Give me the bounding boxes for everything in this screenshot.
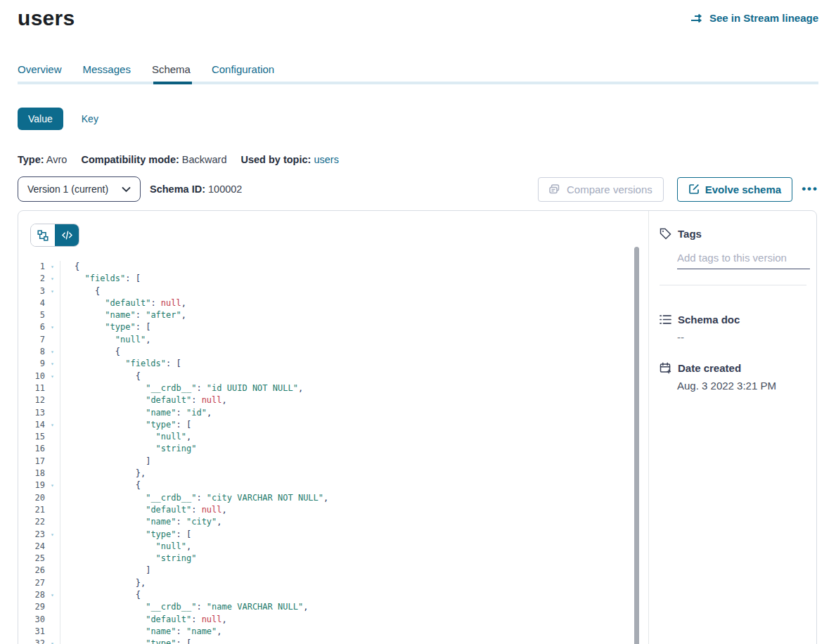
code-text: { (60, 479, 648, 491)
schema-id: Schema ID: 100002 (150, 183, 242, 195)
fold-toggle-icon[interactable]: ▾ (45, 261, 60, 273)
fold-spacer (45, 334, 60, 346)
meta-topic: Used by topic: users (240, 154, 338, 165)
meta-compatibility: Compatibility mode: Backward (81, 154, 226, 165)
chevron-down-icon (122, 186, 131, 193)
code-line: 15 "null", (18, 431, 648, 443)
code-line: 19▾ { (18, 479, 648, 491)
topic-link[interactable]: users (314, 154, 338, 165)
fold-toggle-icon[interactable]: ▾ (45, 285, 60, 297)
line-number: 3 (18, 285, 45, 297)
used-by-topic-label: Used by topic: (240, 154, 311, 165)
code-line: 29 "__crdb__": "name VARCHAR NULL", (18, 601, 648, 613)
fold-toggle-icon[interactable]: ▾ (45, 479, 60, 491)
tab-schema[interactable]: Schema (152, 63, 191, 82)
fold-spacer (45, 577, 60, 589)
code-text: "default": null, (60, 504, 648, 516)
more-actions-button[interactable]: ••• (802, 182, 818, 196)
code-text: "name": "after", (60, 309, 648, 321)
code-line: 25 "string" (18, 553, 648, 565)
schema-meta: Type: Avro Compatibility mode: Backward … (18, 154, 818, 165)
code-line: 27 }, (18, 577, 648, 589)
schema-panel: 1▾{2▾ "fields": [3▾ {4 "default": null,5… (18, 210, 817, 644)
line-number: 1 (18, 261, 45, 273)
code-text: ] (60, 456, 648, 468)
fold-spacer (45, 382, 60, 394)
tags-section: Tags (660, 228, 806, 285)
code-lines: 1▾{2▾ "fields": [3▾ {4 "default": null,5… (18, 261, 648, 644)
compare-versions-button[interactable]: Compare versions (538, 177, 664, 202)
code-text: }, (60, 468, 648, 479)
value-button[interactable]: Value (18, 108, 63, 130)
sidebar-divider (660, 285, 806, 285)
date-created-heading: Date created (660, 362, 806, 374)
schema-doc-title: Schema doc (678, 314, 740, 326)
code-line: 14▾ "type": [ (18, 419, 648, 431)
line-number: 15 (18, 431, 45, 443)
fold-spacer (45, 565, 60, 577)
fold-toggle-icon[interactable]: ▾ (45, 371, 60, 382)
fold-toggle-icon[interactable]: ▾ (45, 638, 60, 644)
schema-doc-section: Schema doc -- (660, 314, 806, 343)
schema-id-value: 100002 (208, 183, 242, 195)
code-line: 21 "default": null, (18, 504, 648, 516)
code-text: { (60, 589, 648, 601)
fold-spacer (45, 297, 60, 309)
code-line: 12 "default": null, (18, 394, 648, 406)
fold-toggle-icon[interactable]: ▾ (45, 321, 60, 333)
key-button[interactable]: Key (82, 113, 98, 124)
line-number: 21 (18, 504, 45, 516)
code-text: "default": null, (60, 614, 648, 626)
calendar-plus-icon (660, 362, 671, 374)
code-view-button[interactable] (55, 224, 79, 246)
code-line: 7 "null", (18, 334, 648, 346)
line-number: 23 (18, 529, 45, 541)
line-number: 11 (18, 382, 45, 394)
tab-overview[interactable]: Overview (18, 63, 62, 82)
code-line: 3▾ { (18, 285, 648, 297)
line-number: 7 (18, 334, 45, 346)
fold-spacer (45, 468, 60, 479)
fold-toggle-icon[interactable]: ▾ (45, 419, 60, 431)
code-pane: 1▾{2▾ "fields": [3▾ {4 "default": null,5… (18, 211, 648, 644)
fold-toggle-icon[interactable]: ▾ (45, 529, 60, 541)
view-mode-toggle (30, 224, 79, 247)
code-line: 31 "name": "name", (18, 626, 648, 638)
code-line: 17 ] (18, 456, 648, 468)
code-line: 28▾ { (18, 589, 648, 601)
fold-spacer (45, 407, 60, 419)
fold-toggle-icon[interactable]: ▾ (45, 346, 60, 358)
fold-spacer (45, 614, 60, 626)
fold-spacer (45, 553, 60, 565)
code-line: 18 }, (18, 468, 648, 479)
fold-toggle-icon[interactable]: ▾ (45, 358, 60, 370)
tags-heading: Tags (660, 228, 806, 240)
tags-title: Tags (678, 228, 702, 240)
code-text: "default": null, (60, 297, 648, 309)
add-tags-input[interactable] (677, 249, 810, 269)
fold-spacer (45, 394, 60, 406)
vertical-scrollbar[interactable] (634, 247, 639, 644)
tree-view-button[interactable] (31, 224, 55, 246)
fold-toggle-icon[interactable]: ▾ (45, 273, 60, 285)
fold-spacer (45, 431, 60, 443)
line-number: 6 (18, 321, 45, 333)
schema-doc-value: -- (677, 331, 806, 343)
stream-lineage-link[interactable]: See in Stream lineage (690, 12, 818, 24)
code-line: 32▾ "type": [ (18, 638, 648, 644)
line-number: 9 (18, 358, 45, 370)
evolve-schema-button[interactable]: Evolve schema (677, 177, 792, 202)
stream-lineage-icon (690, 13, 704, 23)
line-number: 30 (18, 614, 45, 626)
version-select[interactable]: Version 1 (current) (18, 176, 141, 202)
line-number: 18 (18, 468, 45, 479)
code-line: 20 "__crdb__": "city VARCHAR NOT NULL", (18, 492, 648, 504)
code-line: 26 ] (18, 565, 648, 577)
code-text: "type": [ (60, 638, 648, 644)
tab-messages[interactable]: Messages (83, 63, 131, 82)
schema-doc-heading: Schema doc (660, 314, 806, 326)
tab-configuration[interactable]: Configuration (212, 63, 274, 82)
active-tab-underline (153, 82, 192, 84)
line-number: 13 (18, 407, 45, 419)
fold-toggle-icon[interactable]: ▾ (45, 589, 60, 601)
